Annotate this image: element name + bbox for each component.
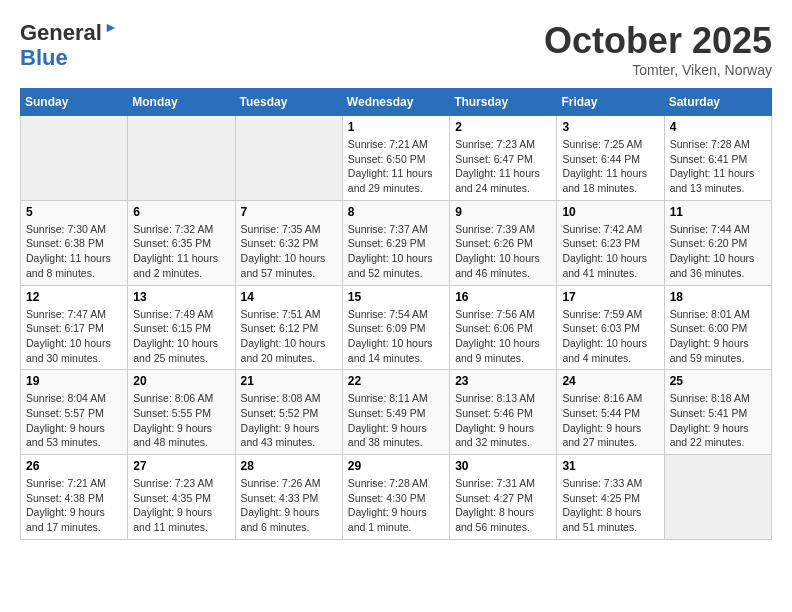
day-number: 3 bbox=[562, 120, 658, 134]
day-info: Sunrise: 7:33 AMSunset: 4:25 PMDaylight:… bbox=[562, 476, 658, 535]
day-number: 2 bbox=[455, 120, 551, 134]
day-info: Sunrise: 7:56 AMSunset: 6:06 PMDaylight:… bbox=[455, 307, 551, 366]
day-number: 28 bbox=[241, 459, 337, 473]
calendar-cell bbox=[235, 116, 342, 201]
day-info: Sunrise: 7:30 AMSunset: 6:38 PMDaylight:… bbox=[26, 222, 122, 281]
day-info: Sunrise: 7:26 AMSunset: 4:33 PMDaylight:… bbox=[241, 476, 337, 535]
calendar-cell bbox=[664, 455, 771, 540]
location: Tomter, Viken, Norway bbox=[544, 62, 772, 78]
calendar-cell: 8Sunrise: 7:37 AMSunset: 6:29 PMDaylight… bbox=[342, 200, 449, 285]
column-header-thursday: Thursday bbox=[450, 89, 557, 116]
column-header-saturday: Saturday bbox=[664, 89, 771, 116]
day-info: Sunrise: 7:54 AMSunset: 6:09 PMDaylight:… bbox=[348, 307, 444, 366]
day-number: 23 bbox=[455, 374, 551, 388]
calendar-cell: 12Sunrise: 7:47 AMSunset: 6:17 PMDayligh… bbox=[21, 285, 128, 370]
calendar-cell: 2Sunrise: 7:23 AMSunset: 6:47 PMDaylight… bbox=[450, 116, 557, 201]
day-number: 22 bbox=[348, 374, 444, 388]
page-header: General► Blue October 2025 Tomter, Viken… bbox=[20, 20, 772, 78]
calendar-cell: 15Sunrise: 7:54 AMSunset: 6:09 PMDayligh… bbox=[342, 285, 449, 370]
day-info: Sunrise: 7:28 AMSunset: 4:30 PMDaylight:… bbox=[348, 476, 444, 535]
day-info: Sunrise: 8:01 AMSunset: 6:00 PMDaylight:… bbox=[670, 307, 766, 366]
calendar-cell: 29Sunrise: 7:28 AMSunset: 4:30 PMDayligh… bbox=[342, 455, 449, 540]
day-number: 26 bbox=[26, 459, 122, 473]
calendar-cell: 10Sunrise: 7:42 AMSunset: 6:23 PMDayligh… bbox=[557, 200, 664, 285]
calendar-week-row: 26Sunrise: 7:21 AMSunset: 4:38 PMDayligh… bbox=[21, 455, 772, 540]
day-number: 19 bbox=[26, 374, 122, 388]
day-number: 6 bbox=[133, 205, 229, 219]
column-header-friday: Friday bbox=[557, 89, 664, 116]
column-header-tuesday: Tuesday bbox=[235, 89, 342, 116]
day-number: 11 bbox=[670, 205, 766, 219]
calendar-cell: 6Sunrise: 7:32 AMSunset: 6:35 PMDaylight… bbox=[128, 200, 235, 285]
calendar-week-row: 5Sunrise: 7:30 AMSunset: 6:38 PMDaylight… bbox=[21, 200, 772, 285]
column-header-wednesday: Wednesday bbox=[342, 89, 449, 116]
column-header-monday: Monday bbox=[128, 89, 235, 116]
calendar-cell: 31Sunrise: 7:33 AMSunset: 4:25 PMDayligh… bbox=[557, 455, 664, 540]
month-title: October 2025 bbox=[544, 20, 772, 62]
calendar-cell: 11Sunrise: 7:44 AMSunset: 6:20 PMDayligh… bbox=[664, 200, 771, 285]
calendar-cell: 16Sunrise: 7:56 AMSunset: 6:06 PMDayligh… bbox=[450, 285, 557, 370]
calendar-week-row: 1Sunrise: 7:21 AMSunset: 6:50 PMDaylight… bbox=[21, 116, 772, 201]
calendar-cell: 28Sunrise: 7:26 AMSunset: 4:33 PMDayligh… bbox=[235, 455, 342, 540]
calendar-cell: 14Sunrise: 7:51 AMSunset: 6:12 PMDayligh… bbox=[235, 285, 342, 370]
calendar-cell: 30Sunrise: 7:31 AMSunset: 4:27 PMDayligh… bbox=[450, 455, 557, 540]
day-number: 13 bbox=[133, 290, 229, 304]
calendar-cell: 27Sunrise: 7:23 AMSunset: 4:35 PMDayligh… bbox=[128, 455, 235, 540]
day-info: Sunrise: 7:32 AMSunset: 6:35 PMDaylight:… bbox=[133, 222, 229, 281]
day-number: 5 bbox=[26, 205, 122, 219]
day-info: Sunrise: 7:51 AMSunset: 6:12 PMDaylight:… bbox=[241, 307, 337, 366]
day-info: Sunrise: 7:21 AMSunset: 6:50 PMDaylight:… bbox=[348, 137, 444, 196]
logo-blue: Blue bbox=[20, 45, 68, 70]
day-info: Sunrise: 8:04 AMSunset: 5:57 PMDaylight:… bbox=[26, 391, 122, 450]
calendar-cell: 18Sunrise: 8:01 AMSunset: 6:00 PMDayligh… bbox=[664, 285, 771, 370]
day-number: 25 bbox=[670, 374, 766, 388]
day-info: Sunrise: 7:31 AMSunset: 4:27 PMDaylight:… bbox=[455, 476, 551, 535]
calendar-cell: 26Sunrise: 7:21 AMSunset: 4:38 PMDayligh… bbox=[21, 455, 128, 540]
day-info: Sunrise: 8:18 AMSunset: 5:41 PMDaylight:… bbox=[670, 391, 766, 450]
day-number: 1 bbox=[348, 120, 444, 134]
calendar-week-row: 19Sunrise: 8:04 AMSunset: 5:57 PMDayligh… bbox=[21, 370, 772, 455]
calendar-cell: 21Sunrise: 8:08 AMSunset: 5:52 PMDayligh… bbox=[235, 370, 342, 455]
day-info: Sunrise: 7:23 AMSunset: 6:47 PMDaylight:… bbox=[455, 137, 551, 196]
calendar-cell: 24Sunrise: 8:16 AMSunset: 5:44 PMDayligh… bbox=[557, 370, 664, 455]
calendar-cell: 13Sunrise: 7:49 AMSunset: 6:15 PMDayligh… bbox=[128, 285, 235, 370]
day-info: Sunrise: 7:35 AMSunset: 6:32 PMDaylight:… bbox=[241, 222, 337, 281]
logo-icon-arrow: ► bbox=[104, 19, 118, 35]
calendar-header-row: SundayMondayTuesdayWednesdayThursdayFrid… bbox=[21, 89, 772, 116]
day-number: 29 bbox=[348, 459, 444, 473]
logo: General► Blue bbox=[20, 20, 118, 70]
calendar-cell: 7Sunrise: 7:35 AMSunset: 6:32 PMDaylight… bbox=[235, 200, 342, 285]
day-info: Sunrise: 7:47 AMSunset: 6:17 PMDaylight:… bbox=[26, 307, 122, 366]
calendar-cell: 19Sunrise: 8:04 AMSunset: 5:57 PMDayligh… bbox=[21, 370, 128, 455]
day-number: 21 bbox=[241, 374, 337, 388]
column-header-sunday: Sunday bbox=[21, 89, 128, 116]
day-info: Sunrise: 8:16 AMSunset: 5:44 PMDaylight:… bbox=[562, 391, 658, 450]
day-info: Sunrise: 7:21 AMSunset: 4:38 PMDaylight:… bbox=[26, 476, 122, 535]
day-number: 14 bbox=[241, 290, 337, 304]
calendar-cell bbox=[21, 116, 128, 201]
day-number: 18 bbox=[670, 290, 766, 304]
day-number: 30 bbox=[455, 459, 551, 473]
calendar-cell: 23Sunrise: 8:13 AMSunset: 5:46 PMDayligh… bbox=[450, 370, 557, 455]
calendar-cell: 17Sunrise: 7:59 AMSunset: 6:03 PMDayligh… bbox=[557, 285, 664, 370]
day-number: 31 bbox=[562, 459, 658, 473]
day-info: Sunrise: 7:49 AMSunset: 6:15 PMDaylight:… bbox=[133, 307, 229, 366]
day-info: Sunrise: 8:08 AMSunset: 5:52 PMDaylight:… bbox=[241, 391, 337, 450]
day-number: 7 bbox=[241, 205, 337, 219]
calendar-cell: 25Sunrise: 8:18 AMSunset: 5:41 PMDayligh… bbox=[664, 370, 771, 455]
calendar-week-row: 12Sunrise: 7:47 AMSunset: 6:17 PMDayligh… bbox=[21, 285, 772, 370]
calendar-cell: 3Sunrise: 7:25 AMSunset: 6:44 PMDaylight… bbox=[557, 116, 664, 201]
day-number: 17 bbox=[562, 290, 658, 304]
day-number: 20 bbox=[133, 374, 229, 388]
day-info: Sunrise: 8:06 AMSunset: 5:55 PMDaylight:… bbox=[133, 391, 229, 450]
day-number: 4 bbox=[670, 120, 766, 134]
day-info: Sunrise: 7:23 AMSunset: 4:35 PMDaylight:… bbox=[133, 476, 229, 535]
calendar-cell: 20Sunrise: 8:06 AMSunset: 5:55 PMDayligh… bbox=[128, 370, 235, 455]
day-number: 8 bbox=[348, 205, 444, 219]
logo-general: General bbox=[20, 20, 102, 45]
day-number: 12 bbox=[26, 290, 122, 304]
calendar-cell: 5Sunrise: 7:30 AMSunset: 6:38 PMDaylight… bbox=[21, 200, 128, 285]
day-info: Sunrise: 7:37 AMSunset: 6:29 PMDaylight:… bbox=[348, 222, 444, 281]
day-info: Sunrise: 8:13 AMSunset: 5:46 PMDaylight:… bbox=[455, 391, 551, 450]
calendar-cell: 22Sunrise: 8:11 AMSunset: 5:49 PMDayligh… bbox=[342, 370, 449, 455]
